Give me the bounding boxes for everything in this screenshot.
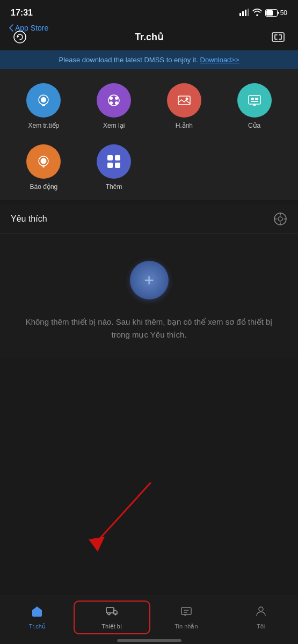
nav-devices[interactable]: Thiết bị <box>74 601 150 634</box>
icon-circle-xem-truc-tiep <box>26 83 61 118</box>
nav-devices-label: Thiết bị <box>101 623 122 630</box>
svg-point-18 <box>185 98 188 100</box>
status-bar: 17:31 50 <box>0 0 298 24</box>
svg-rect-17 <box>178 96 190 105</box>
icon-xem-truc-tiep[interactable]: Xem tr.tiếp <box>9 78 79 135</box>
battery-icon: 50 <box>265 9 287 17</box>
svg-line-37 <box>97 483 150 542</box>
svg-rect-11 <box>42 105 45 106</box>
nav-messages-label: Tin nhắn <box>175 623 198 630</box>
add-device-button[interactable]: + <box>130 261 169 299</box>
status-time: 17:31 <box>11 8 33 18</box>
svg-rect-2 <box>245 10 246 16</box>
nav-me[interactable]: Tôi <box>223 602 298 633</box>
banner: Please download the latest DMSS to enjoy… <box>0 50 298 69</box>
banner-text: Please download the latest DMSS to enjoy… <box>59 56 198 64</box>
svg-point-6 <box>14 31 26 43</box>
icon-label-bao-dong: Báo động <box>30 183 58 191</box>
svg-rect-1 <box>242 11 244 16</box>
svg-rect-8 <box>272 33 284 41</box>
nav-home-label: Tr.chủ <box>29 623 46 630</box>
icon-bao-dong[interactable]: Báo động <box>9 139 79 196</box>
home-indicator <box>117 639 181 642</box>
home-icon <box>31 605 43 621</box>
svg-rect-26 <box>42 166 45 167</box>
arrow-annotation <box>64 472 172 558</box>
svg-rect-30 <box>115 163 120 168</box>
svg-rect-19 <box>249 96 260 104</box>
svg-point-32 <box>278 217 282 221</box>
svg-rect-45 <box>181 608 191 614</box>
svg-rect-21 <box>255 98 258 100</box>
messages-icon <box>180 605 193 621</box>
svg-rect-0 <box>239 13 241 16</box>
icon-circle-xem-lai <box>97 83 131 118</box>
battery-level: 50 <box>280 9 287 17</box>
icon-label-cua: Cửa <box>248 122 260 129</box>
banner-link[interactable]: Download>> <box>200 56 239 64</box>
svg-rect-5 <box>266 10 273 16</box>
favorites-section: Yêu thích + Không thêm thiết bị nào. Sau… <box>0 204 298 357</box>
wifi-icon <box>252 9 262 18</box>
svg-point-9 <box>41 97 46 103</box>
add-description: Không thêm thiết bị nào. Sau khi thêm, b… <box>21 316 277 341</box>
svg-marker-38 <box>89 537 105 552</box>
back-label: App Store <box>15 24 48 32</box>
svg-rect-29 <box>107 163 113 168</box>
icon-circle-hinh-anh <box>167 83 201 118</box>
devices-icon <box>105 605 118 621</box>
favorites-settings-button[interactable] <box>273 212 287 226</box>
back-nav[interactable]: App Store <box>9 24 48 32</box>
icon-cua[interactable]: Cửa <box>219 78 289 135</box>
svg-point-48 <box>259 607 263 611</box>
profile-icon <box>255 605 267 621</box>
nav-messages[interactable]: Tin nhắn <box>149 602 224 633</box>
icon-them[interactable]: Thêm <box>79 139 149 196</box>
signal-icon <box>239 9 249 18</box>
svg-marker-7 <box>17 35 19 38</box>
svg-point-24 <box>41 158 47 164</box>
icon-label-xem-lai: Xem lại <box>103 122 125 129</box>
icon-label-them: Thêm <box>106 183 122 191</box>
favorites-header: Yêu thích <box>0 204 298 234</box>
fullscreen-button[interactable] <box>269 28 287 46</box>
icon-xem-lai[interactable]: Xem lại <box>79 78 149 135</box>
svg-rect-27 <box>107 155 113 160</box>
svg-point-13 <box>110 97 113 100</box>
svg-rect-20 <box>251 98 254 100</box>
svg-rect-23 <box>253 104 256 106</box>
nav-me-label: Tôi <box>257 623 265 630</box>
icon-circle-cua <box>237 83 272 118</box>
icon-label-hinh-anh: H.ảnh <box>176 122 193 129</box>
svg-rect-28 <box>115 155 120 160</box>
favorites-title: Yêu thích <box>11 214 47 224</box>
svg-rect-39 <box>35 612 39 616</box>
icon-row-2: Báo động Thêm <box>9 139 289 196</box>
svg-point-15 <box>110 101 113 105</box>
icon-grid-section: Xem tr.tiếp Xem lại <box>0 69 298 200</box>
svg-point-16 <box>115 101 118 105</box>
svg-rect-22 <box>251 101 258 102</box>
icon-circle-them <box>97 144 131 179</box>
icon-label-xem-truc-tiep: Xem tr.tiếp <box>28 122 60 129</box>
svg-rect-3 <box>248 9 249 16</box>
header-title: Tr.chủ <box>135 31 163 43</box>
plus-icon: + <box>144 272 154 289</box>
nav-home[interactable]: Tr.chủ <box>0 602 75 633</box>
svg-point-14 <box>115 97 118 100</box>
icon-circle-bao-dong <box>26 144 61 179</box>
icon-hinh-anh[interactable]: H.ảnh <box>149 78 220 135</box>
icon-row-1: Xem tr.tiếp Xem lại <box>9 78 289 135</box>
svg-rect-40 <box>106 608 114 613</box>
bottom-nav: Tr.chủ Thiết bị Tin nhắn <box>0 596 298 644</box>
status-icons: 50 <box>239 9 287 18</box>
svg-point-42 <box>115 614 117 616</box>
add-device-area: + Không thêm thiết bị nào. Sau khi thêm,… <box>0 234 298 357</box>
svg-point-41 <box>108 614 110 616</box>
